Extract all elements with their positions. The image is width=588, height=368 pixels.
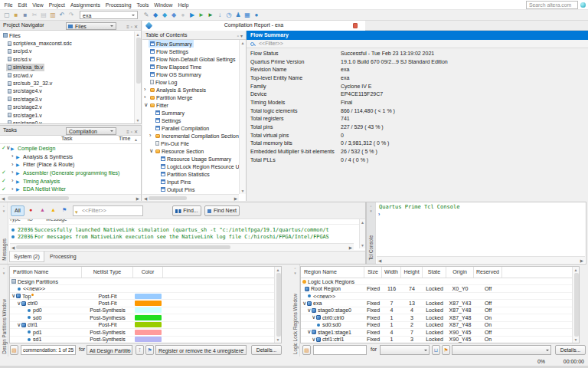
partition-color-swatch[interactable] xyxy=(135,286,162,291)
partition-color-swatch[interactable] xyxy=(135,307,162,313)
file-item[interactable]: Files xyxy=(0,31,133,39)
region-row[interactable]: sd0:sd0 Fixed 1 2 Locked X87_Y48 On xyxy=(301,322,579,329)
filter-info-icon[interactable]: ⚑ xyxy=(62,207,67,213)
partition-color-swatch[interactable] xyxy=(135,337,162,342)
toc-item[interactable]: Input Pins xyxy=(144,178,239,186)
scrollbar-arrow-icon[interactable]: ◀ xyxy=(144,196,147,201)
flow-summary-row[interactable]: Total logic elements 866 / 114,480 ( < 1… xyxy=(247,107,588,115)
stop-icon[interactable]: ● xyxy=(178,10,188,20)
region-row[interactable]: ∨ stage0:stage0 Fixed 4 4 Locked X87_Y48… xyxy=(301,307,579,314)
tab-compilation-report[interactable]: Compilation Report - exa xyxy=(142,21,365,31)
partition-color-swatch[interactable] xyxy=(135,279,162,284)
search-icon[interactable] xyxy=(580,2,586,8)
ll-vscrollbar[interactable]: ▲▼ xyxy=(572,267,579,343)
toc-item[interactable]: › Partition Merge xyxy=(144,94,239,101)
menu-item[interactable]: Assignments xyxy=(67,2,103,8)
logiclock-columns[interactable]: Region Name Size Width Height State Orig… xyxy=(301,267,579,278)
scrollbar-arrow-icon[interactable]: ▶ xyxy=(349,245,352,250)
file-item[interactable]: src/stage3.v xyxy=(0,95,133,103)
flow-summary-row[interactable]: Top-level Entity Name exa xyxy=(247,74,588,82)
tool-button-1[interactable]: ⊔ xyxy=(432,345,440,355)
message-row[interactable]: 22036 For messages from NativeLink execu… xyxy=(9,234,365,242)
flow-summary-row[interactable]: Total PLLs 0 / 4 ( 0 % ) xyxy=(247,156,588,164)
toc-item[interactable]: Flow Settings xyxy=(144,48,239,55)
task-item[interactable]: ✓ ∨ ▶ Compile Design xyxy=(0,144,141,153)
messages-filter-input[interactable]: ▾<<Filter>> xyxy=(73,205,143,216)
partition-row[interactable]: <<new>> xyxy=(10,285,281,292)
tab-system[interactable]: System (2) xyxy=(9,251,44,262)
regions-icon-button[interactable]: ▨ xyxy=(302,345,311,355)
netlist-viewer-icon[interactable]: ↓ xyxy=(215,10,224,20)
filter-errors-icon[interactable]: ● xyxy=(29,207,32,213)
scrollbar-arrow-icon[interactable]: ▼ xyxy=(573,337,579,342)
scrollbar-thumb[interactable] xyxy=(276,273,281,337)
filter-critical-icon[interactable]: ▲ xyxy=(40,207,45,213)
toc-item[interactable]: Settings xyxy=(144,117,239,124)
recommendations-icon-button[interactable]: ▨ xyxy=(10,345,18,355)
cut-icon[interactable]: ✂ xyxy=(30,10,39,20)
partition-color-swatch[interactable] xyxy=(135,322,162,327)
region-row[interactable]: Logic Lock Regions xyxy=(301,278,579,285)
panel-buttons[interactable]: ≡▫✕ xyxy=(126,22,139,31)
scrollbar-arrow-icon[interactable]: ▼ xyxy=(360,243,365,248)
flow-summary-row[interactable]: Device EP4CE115F29C7 xyxy=(247,90,588,98)
partition-row[interactable]: pd1 Post-Synthesis xyxy=(10,329,281,336)
partition-color-swatch[interactable] xyxy=(135,301,162,306)
open-file-icon[interactable]: ■ xyxy=(11,10,21,20)
paste-icon[interactable]: ▥ xyxy=(48,10,57,20)
scrollbar-arrow-icon[interactable]: ▶ xyxy=(234,196,237,201)
scrollbar-thumb[interactable] xyxy=(574,273,579,337)
scrollbar-arrow-icon[interactable]: ▲ xyxy=(240,41,246,45)
partition-row[interactable]: pd0 Post-Synthesis xyxy=(10,307,281,314)
details-button[interactable]: Details... xyxy=(251,345,282,355)
comment-icon[interactable]: ● xyxy=(252,10,261,20)
flow-summary-row[interactable]: Total virtual pins 0 xyxy=(247,131,588,140)
search-input[interactable]: Search altera.com xyxy=(526,1,578,9)
tcl-hscrollbar[interactable]: ◀▶ xyxy=(377,256,585,263)
flow-summary-row[interactable]: Embedded Multiplier 9-bit elements 26 / … xyxy=(247,147,588,156)
recommendation-field[interactable]: commendation: 1 of 25 xyxy=(21,345,76,355)
scrollbar-thumb[interactable] xyxy=(8,196,69,200)
partition-color-swatch[interactable] xyxy=(135,294,162,299)
toc-item[interactable]: › Incremental Compilation Section xyxy=(144,132,239,140)
scrollbar-arrow-icon[interactable]: ▲ xyxy=(360,220,365,225)
region-field[interactable] xyxy=(313,345,367,355)
filter-all-button[interactable]: All xyxy=(11,205,24,216)
tab-processing[interactable]: Processing xyxy=(46,251,80,262)
toc-item[interactable]: Flow OS Summary xyxy=(144,71,239,78)
scrollbar-arrow-icon[interactable]: ▲ xyxy=(573,268,579,272)
navigator-mode-combobox[interactable]: Files xyxy=(66,22,116,30)
tasks-hscrollbar[interactable]: ◀▶ xyxy=(0,194,141,201)
task-item[interactable]: › ▶ Analysis & Synthesis xyxy=(0,153,141,161)
scrollbar-arrow-icon[interactable]: ▲ xyxy=(275,268,281,272)
toc-item[interactable]: Partition Statistics xyxy=(144,170,239,178)
region-row[interactable]: ∨ ctrl1:ctrl1 Fixed 1 3 Locked X90_Y45 O… xyxy=(301,337,579,343)
scrollbar-arrow-icon[interactable]: ▶ xyxy=(580,258,583,263)
scrollbar-arrow-icon[interactable]: ▼ xyxy=(275,337,281,342)
action-dropdown[interactable]: Register or remove the 4 unregistere xyxy=(155,345,247,355)
undo-icon[interactable]: ↶ xyxy=(57,10,67,20)
task-item[interactable]: › ▶ Fitter (Place & Route) xyxy=(0,160,141,169)
menu-item[interactable]: Edit xyxy=(15,2,30,8)
partition-row[interactable]: sd0 Post-Synthesis xyxy=(10,314,281,321)
settings-icon[interactable]: ◆ xyxy=(151,10,160,20)
file-item[interactable]: src/sd.v xyxy=(0,55,133,63)
flow-summary-row[interactable]: Flow Status Successful - Tue Feb 23 13:1… xyxy=(247,49,588,58)
file-item[interactable]: src/stage4.v xyxy=(0,87,133,95)
toc-item[interactable]: ∨ Resource Section xyxy=(144,147,239,155)
message-row[interactable]: 22036 Successfully launched NativeLink s… xyxy=(9,226,365,234)
programmer-icon[interactable]: ♟ xyxy=(234,10,243,20)
tab-close-icon[interactable] xyxy=(353,23,358,28)
new-file-icon[interactable]: ▢ xyxy=(2,10,11,20)
filter-warnings-icon[interactable]: ▲ xyxy=(51,207,56,213)
scrollbar-arrow-icon[interactable]: ▼ xyxy=(240,189,246,193)
toc-item[interactable]: Output Pins xyxy=(144,186,239,193)
copy-icon[interactable]: ▤ xyxy=(39,10,48,20)
scrollbar-arrow-icon[interactable]: ◀ xyxy=(2,196,5,201)
menu-item[interactable]: View xyxy=(30,2,47,8)
flow-summary-row[interactable]: Total pins 227 / 529 ( 43 % ) xyxy=(247,123,588,131)
task-item[interactable]: ✓ › ▶ Assembler (Generate programming fi… xyxy=(0,169,141,177)
region-scope-dropdown[interactable] xyxy=(380,345,430,355)
device-icon[interactable]: ▦ xyxy=(243,10,252,20)
menu-item[interactable]: File xyxy=(2,2,15,8)
